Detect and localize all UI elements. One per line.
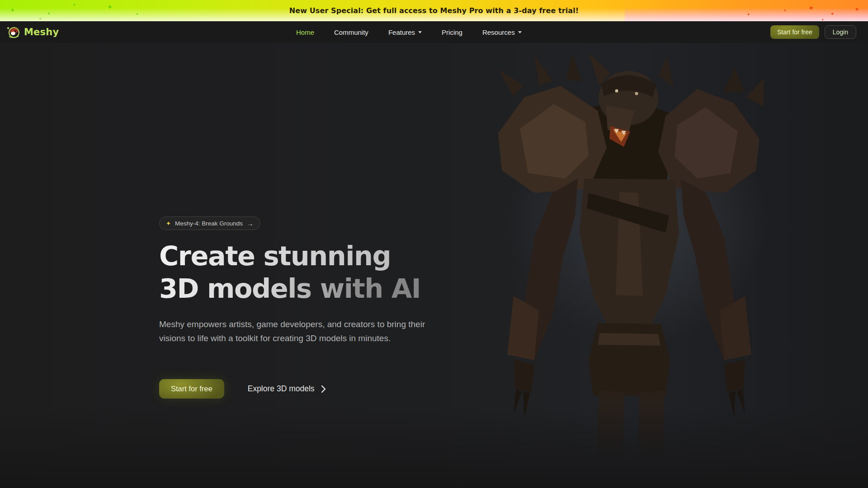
hero-description: Meshy empowers artists, game developers,… [159, 317, 426, 345]
werewolf-3d-model-image [470, 43, 796, 463]
sparkle-icon [72, 3, 76, 7]
hero-section: ✦ Meshy-4: Break Grounds → Create stunni… [0, 43, 868, 488]
nav-menu: Home Community Features Pricing Resource… [296, 21, 522, 43]
page-title: Create stunning 3D models with AI [159, 240, 503, 305]
chevron-right-icon [321, 385, 326, 393]
explore-3d-models-link[interactable]: Explore 3D models [248, 384, 326, 394]
nav-item-features[interactable]: Features [388, 28, 422, 36]
bottom-fade-overlay [0, 407, 868, 488]
sparkle-icon [136, 13, 139, 16]
nav-actions: Start for free Login [770, 21, 856, 43]
hero-cta-row: Start for free Explore 3D models [159, 379, 503, 399]
start-for-free-cta-button[interactable]: Start for free [159, 379, 224, 399]
badge-label: Meshy-4: Break Grounds [175, 220, 243, 227]
nav-item-label: Resources [482, 28, 515, 36]
meshy4-announcement-badge[interactable]: ✦ Meshy-4: Break Grounds → [159, 216, 260, 230]
explore-link-label: Explore 3D models [248, 384, 315, 394]
sparkle-icon [106, 3, 114, 11]
arrow-right-icon: → [247, 220, 254, 227]
nav-item-label: Community [334, 28, 368, 36]
promo-banner[interactable]: New User Special: Get full access to Mes… [0, 0, 868, 21]
brand-name: Meshy [24, 27, 59, 38]
sparkles-icon: ✦ [166, 220, 171, 227]
nav-item-pricing[interactable]: Pricing [442, 28, 462, 36]
nav-item-home[interactable]: Home [296, 28, 314, 36]
banner-gradient-overlay [625, 0, 868, 21]
sparkle-icon [854, 5, 860, 13]
sparkle-icon [830, 12, 834, 16]
hero-content: ✦ Meshy-4: Break Grounds → Create stunni… [159, 216, 503, 399]
meshy-mascot-icon [6, 25, 21, 39]
sparkle-icon [821, 18, 824, 21]
sparkle-icon [9, 7, 15, 14]
sparkle-icon [783, 9, 787, 13]
sparkle-icon [39, 17, 42, 20]
nav-item-community[interactable]: Community [334, 28, 368, 36]
meshy-logo[interactable]: Meshy [6, 21, 59, 43]
nav-item-resources[interactable]: Resources [482, 28, 522, 36]
start-for-free-button[interactable]: Start for free [770, 25, 819, 39]
sparkle-icon [747, 13, 750, 17]
sparkle-icon [807, 4, 815, 12]
nav-item-label: Home [296, 28, 314, 36]
title-line-2: 3D models with AI [159, 272, 420, 305]
title-line-1: Create stunning [159, 240, 391, 272]
nav-item-label: Features [388, 28, 415, 36]
top-navigation: Meshy Home Community Features Pricing Re… [0, 21, 868, 43]
banner-text: New User Special: Get full access to Mes… [289, 6, 579, 15]
chevron-down-icon [518, 31, 522, 33]
nav-item-label: Pricing [442, 28, 462, 36]
login-button[interactable]: Login [825, 25, 856, 39]
chevron-down-icon [418, 31, 422, 33]
sparkle-icon [47, 12, 51, 16]
